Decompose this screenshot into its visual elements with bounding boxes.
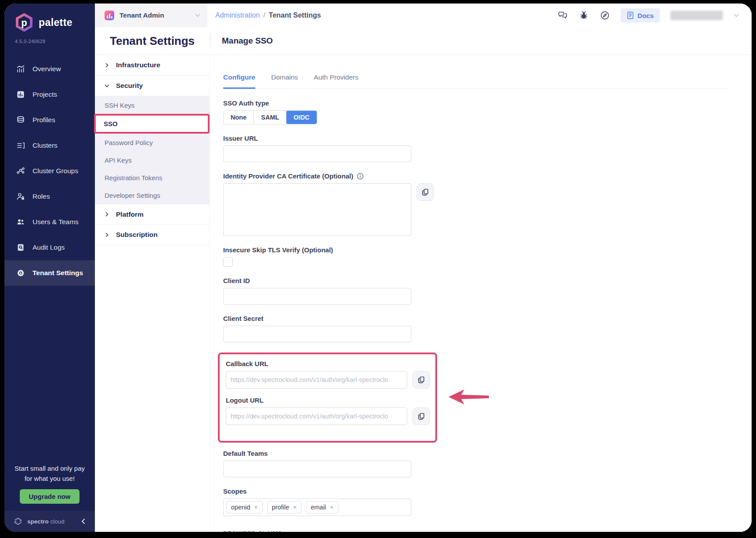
gear-icon: ⚙ bbox=[16, 268, 25, 278]
sidebar-item-label: Audit Logs bbox=[33, 244, 65, 251]
brand-name: palette bbox=[39, 17, 72, 29]
ca-certificate-label: Identity Provider CA Certificate (Option… bbox=[223, 172, 531, 180]
tenant-selector-label: Tenant Admin bbox=[119, 11, 164, 19]
sso-auth-type-group: SSO Auth type None SAML OIDC bbox=[223, 99, 531, 124]
chevron-down-icon[interactable] bbox=[734, 14, 739, 18]
copy-button[interactable] bbox=[412, 371, 430, 389]
auth-type-saml-button[interactable]: SAML bbox=[254, 111, 286, 124]
page-title: Tenant Settings bbox=[95, 34, 210, 48]
main-area: Tenant Admin Administration / Tenant Set… bbox=[95, 4, 752, 532]
sidebar-item-label: Cluster Groups bbox=[33, 167, 78, 175]
upgrade-now-button[interactable]: Upgrade now bbox=[20, 489, 79, 504]
sidebar-item-tenant-settings[interactable]: ⚙ Tenant Settings bbox=[4, 260, 95, 286]
scope-tag-profile: profile× bbox=[267, 501, 302, 513]
client-id-input[interactable] bbox=[223, 288, 411, 305]
sso-auth-type-label: SSO Auth type bbox=[223, 99, 531, 107]
scope-tag-openid: openid× bbox=[226, 501, 263, 513]
settings-nav-infrastructure[interactable]: Infrastructure bbox=[95, 55, 210, 76]
copy-icon bbox=[421, 188, 429, 196]
tenant-selector[interactable]: Tenant Admin bbox=[95, 4, 207, 27]
users-teams-icon bbox=[16, 217, 25, 227]
remove-tag-icon[interactable]: × bbox=[330, 504, 333, 510]
client-id-group: Client ID bbox=[223, 277, 531, 305]
sidebar-item-overview[interactable]: Overview bbox=[4, 56, 95, 82]
scope-tag-label: openid bbox=[231, 504, 250, 511]
overview-icon bbox=[16, 64, 25, 74]
sidebar-item-label: Profiles bbox=[33, 116, 55, 124]
ca-certificate-textarea[interactable] bbox=[223, 183, 411, 236]
promo-line2: for what you use! bbox=[11, 473, 89, 483]
default-teams-label: Default Teams bbox=[223, 450, 531, 457]
brand: p palette bbox=[4, 4, 95, 33]
docs-icon bbox=[627, 11, 634, 19]
issuer-url-input[interactable] bbox=[223, 145, 411, 162]
sidebar-item-projects[interactable]: Projects bbox=[4, 82, 95, 107]
cluster-groups-icon bbox=[16, 166, 25, 176]
feedback-chat-icon[interactable] bbox=[557, 10, 568, 21]
tab-domains[interactable]: Domains bbox=[271, 73, 298, 88]
collapse-sidebar-icon[interactable] bbox=[81, 518, 86, 524]
sidebar-item-profiles[interactable]: Profiles bbox=[4, 107, 95, 133]
palette-logo-icon: p bbox=[14, 12, 34, 33]
chevron-right-icon bbox=[105, 233, 109, 237]
sidebar-item-users-teams[interactable]: Users & Teams bbox=[4, 209, 95, 235]
callback-url-group: Callback URL bbox=[226, 360, 430, 389]
sso-form: SSO Auth type None SAML OIDC Issuer URL … bbox=[223, 99, 531, 532]
settings-nav-platform[interactable]: Platform bbox=[95, 204, 210, 225]
settings-nav-registration-tokens[interactable]: Registration Tokens bbox=[95, 169, 210, 186]
callback-url-input[interactable] bbox=[226, 371, 407, 389]
user-menu-redacted[interactable] bbox=[670, 11, 723, 20]
auth-type-none-button[interactable]: None bbox=[224, 111, 254, 124]
settings-nav-label: Security bbox=[116, 82, 143, 90]
settings-nav-sso[interactable]: SSO bbox=[94, 114, 210, 134]
logout-url-input[interactable] bbox=[226, 407, 407, 425]
remove-tag-icon[interactable]: × bbox=[254, 504, 258, 510]
tab-auth-providers[interactable]: Auth Providers bbox=[314, 73, 358, 88]
settings-nav-subscription[interactable]: Subscription bbox=[95, 225, 210, 245]
copy-button[interactable] bbox=[412, 407, 430, 425]
tab-configure[interactable]: Configure bbox=[223, 73, 255, 89]
copy-button[interactable] bbox=[416, 183, 434, 201]
sidebar-item-roles[interactable]: Roles bbox=[4, 184, 95, 209]
settings-nav-ssh-keys[interactable]: SSH Keys bbox=[95, 96, 210, 114]
sidebar-item-clusters[interactable]: Clusters bbox=[4, 133, 95, 158]
settings-nav-password-policy[interactable]: Password Policy bbox=[95, 134, 210, 151]
scopes-input[interactable]: openid× profile× email× bbox=[223, 498, 411, 516]
sso-auth-type-segmented: None SAML OIDC bbox=[223, 110, 317, 124]
breadcrumb-administration[interactable]: Administration bbox=[215, 11, 260, 19]
sidebar-item-audit-logs[interactable]: Audit Logs bbox=[4, 235, 95, 260]
sidebar-item-label: Overview bbox=[33, 65, 61, 73]
upgrade-promo: Start small and only pay for what you us… bbox=[4, 463, 95, 511]
content: Infrastructure Security SSH Keys SSO Pas… bbox=[95, 55, 752, 532]
clusters-icon bbox=[16, 141, 25, 150]
breadcrumb-current: Tenant Settings bbox=[269, 11, 321, 19]
spectro-cloud-wordmark: spectro cloud bbox=[27, 518, 65, 525]
page-subtitle: Manage SSO bbox=[222, 36, 273, 46]
skip-tls-checkbox[interactable] bbox=[223, 257, 233, 267]
logout-url-label: Logout URL bbox=[226, 396, 430, 404]
sidebar-item-label: Clusters bbox=[33, 142, 58, 149]
info-icon[interactable] bbox=[357, 173, 364, 180]
logout-url-group: Logout URL bbox=[226, 396, 430, 425]
report-bug-icon[interactable] bbox=[579, 10, 589, 21]
settings-nav-security[interactable]: Security bbox=[95, 76, 210, 96]
default-teams-input[interactable] bbox=[223, 461, 411, 477]
header-divider bbox=[210, 33, 210, 48]
callback-url-label: Callback URL bbox=[226, 360, 430, 367]
sidebar-item-cluster-groups[interactable]: Cluster Groups bbox=[4, 158, 95, 184]
skip-tls-label: Insecure Skip TLS Verify (Optional) bbox=[223, 246, 531, 254]
sso-tabs: Configure Domains Auth Providers bbox=[223, 73, 728, 89]
settings-nav-api-keys[interactable]: API Keys bbox=[95, 151, 210, 169]
client-id-label: Client ID bbox=[223, 277, 531, 284]
explore-compass-icon[interactable] bbox=[600, 10, 610, 21]
chevron-down-icon bbox=[195, 14, 200, 17]
docs-button[interactable]: Docs bbox=[621, 8, 660, 22]
settings-nav: Infrastructure Security SSH Keys SSO Pas… bbox=[95, 55, 210, 532]
client-secret-input[interactable] bbox=[223, 326, 411, 342]
remove-tag-icon[interactable]: × bbox=[293, 504, 297, 510]
auth-type-oidc-button[interactable]: OIDC bbox=[286, 111, 316, 124]
breadcrumb-separator: / bbox=[263, 11, 265, 19]
app-version: 4.5.0-240628 bbox=[4, 39, 95, 44]
settings-nav-developer-settings[interactable]: Developer Settings bbox=[95, 186, 210, 204]
sidebar-item-label: Roles bbox=[33, 193, 50, 200]
